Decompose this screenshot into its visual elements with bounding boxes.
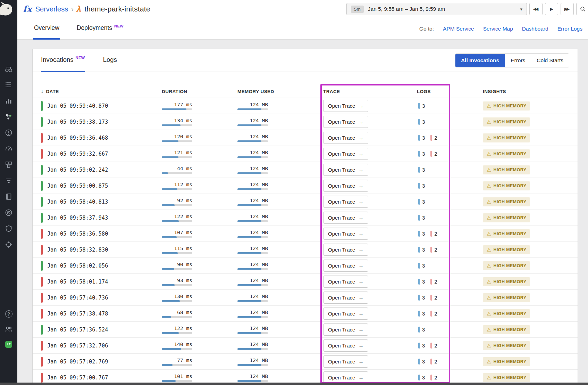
datadog-logo-icon[interactable] xyxy=(0,2,14,16)
search-button[interactable] xyxy=(576,3,588,15)
invocation-row[interactable]: Jan 05 09:57:36.524 122 ms 124 MB Open T… xyxy=(33,322,578,338)
link-service-map[interactable]: Service Map xyxy=(483,26,513,32)
tab-logs[interactable]: Logs xyxy=(103,49,117,72)
log-badge-error[interactable]: 2 xyxy=(430,359,437,364)
insight-badge[interactable]: ⚠ HIGH MEMORY xyxy=(483,213,530,222)
bar-chart-icon[interactable] xyxy=(4,96,13,105)
open-trace-button[interactable]: Open Trace → xyxy=(323,323,368,336)
invocation-row[interactable]: Jan 05 09:59:38.173 134 ms 124 MB Open T… xyxy=(33,114,578,130)
log-badge-error[interactable]: 2 xyxy=(430,295,437,301)
bits-ai-icon[interactable] xyxy=(4,340,13,349)
open-trace-button[interactable]: Open Trace → xyxy=(323,244,368,256)
service-map-icon[interactable] xyxy=(4,112,13,121)
open-trace-button[interactable]: Open Trace → xyxy=(323,164,368,176)
tab-invocations[interactable]: Invocations NEW xyxy=(41,49,85,72)
insight-badge[interactable]: ⚠ HIGH MEMORY xyxy=(483,197,530,206)
help-icon[interactable]: ? xyxy=(4,309,13,318)
open-trace-button[interactable]: Open Trace → xyxy=(323,371,368,384)
open-trace-button[interactable]: Open Trace → xyxy=(323,148,368,160)
column-header-date[interactable]: ↓DATE xyxy=(41,89,162,94)
insight-badge[interactable]: ⚠ HIGH MEMORY xyxy=(483,101,530,110)
open-trace-button[interactable]: Open Trace → xyxy=(323,308,368,320)
column-header-trace[interactable]: TRACE xyxy=(323,89,417,94)
log-badge-error[interactable]: 2 xyxy=(430,247,437,253)
invocation-row[interactable]: Jan 05 09:59:40.870 177 ms 124 MB Open T… xyxy=(33,98,578,114)
open-trace-button[interactable]: Open Trace → xyxy=(323,260,368,272)
scope-icon[interactable] xyxy=(4,240,13,249)
blocks-icon[interactable] xyxy=(4,160,13,169)
open-trace-button[interactable]: Open Trace → xyxy=(323,228,368,240)
log-badge-info[interactable]: 3 xyxy=(418,375,425,380)
notebook-icon[interactable] xyxy=(4,192,13,201)
invocation-row[interactable]: Jan 05 09:59:00.875 112 ms 124 MB Open T… xyxy=(33,178,578,194)
metrics-list-icon[interactable] xyxy=(4,80,13,89)
open-trace-button[interactable]: Open Trace → xyxy=(323,180,368,192)
log-badge-info[interactable]: 3 xyxy=(418,231,425,237)
invocation-row[interactable]: Jan 05 09:58:32.830 115 ms 124 MB Open T… xyxy=(33,242,578,258)
tab-overview[interactable]: Overview xyxy=(33,18,60,40)
insight-badge[interactable]: ⚠ HIGH MEMORY xyxy=(483,149,530,158)
insight-badge[interactable]: ⚠ HIGH MEMORY xyxy=(483,165,530,174)
log-badge-info[interactable]: 3 xyxy=(418,167,425,173)
insight-badge[interactable]: ⚠ HIGH MEMORY xyxy=(483,373,530,382)
log-badge-info[interactable]: 3 xyxy=(418,279,425,285)
log-badge-info[interactable]: 3 xyxy=(418,103,425,109)
link-error-logs[interactable]: Error Logs xyxy=(557,26,582,32)
log-badge-info[interactable]: 3 xyxy=(418,199,425,205)
column-header-memory[interactable]: MEMORY USED xyxy=(237,89,323,94)
insight-badge[interactable]: ⚠ HIGH MEMORY xyxy=(483,245,530,254)
filter-lines-icon[interactable] xyxy=(4,176,13,185)
open-trace-button[interactable]: Open Trace → xyxy=(323,355,368,368)
log-badge-info[interactable]: 3 xyxy=(418,151,425,157)
open-trace-button[interactable]: Open Trace → xyxy=(323,339,368,352)
invocation-row[interactable]: Jan 05 09:58:37.943 122 ms 124 MB Open T… xyxy=(33,210,578,226)
link-dashboard[interactable]: Dashboard xyxy=(522,26,548,32)
log-badge-error[interactable]: 2 xyxy=(430,135,437,141)
binoculars-icon[interactable] xyxy=(4,64,13,73)
insight-badge[interactable]: ⚠ HIGH MEMORY xyxy=(483,309,530,318)
tab-deployments[interactable]: Deployments NEW xyxy=(76,18,124,40)
log-badge-info[interactable]: 3 xyxy=(418,215,425,221)
insight-badge[interactable]: ⚠ HIGH MEMORY xyxy=(483,261,530,270)
gauge-icon[interactable] xyxy=(4,144,13,153)
shield-icon[interactable] xyxy=(4,224,13,233)
invocation-row[interactable]: Jan 05 09:57:38.478 68 ms 124 MB Open Tr… xyxy=(33,306,578,322)
log-badge-error[interactable]: 2 xyxy=(430,375,437,380)
invocation-row[interactable]: Jan 05 09:58:02.056 90 ms 124 MB Open Tr… xyxy=(33,258,578,274)
time-skip-back-button[interactable]: ◀◀ xyxy=(529,3,543,15)
log-badge-error[interactable]: 2 xyxy=(430,151,437,157)
insight-badge[interactable]: ⚠ HIGH MEMORY xyxy=(483,229,530,238)
log-badge-info[interactable]: 3 xyxy=(418,247,425,253)
log-badge-info[interactable]: 3 xyxy=(418,327,425,333)
open-trace-button[interactable]: Open Trace → xyxy=(323,212,368,224)
open-trace-button[interactable]: Open Trace → xyxy=(323,292,368,304)
insight-badge[interactable]: ⚠ HIGH MEMORY xyxy=(483,293,530,302)
breadcrumb-serverless-link[interactable]: Serverless xyxy=(35,5,68,13)
open-trace-button[interactable]: Open Trace → xyxy=(323,196,368,208)
log-badge-info[interactable]: 3 xyxy=(418,359,425,364)
invocation-row[interactable]: Jan 05 09:58:36.580 107 ms 124 MB Open T… xyxy=(33,226,578,242)
log-badge-info[interactable]: 3 xyxy=(418,343,425,349)
filter-cold-starts[interactable]: Cold Starts xyxy=(531,54,569,67)
insight-badge[interactable]: ⚠ HIGH MEMORY xyxy=(483,133,530,142)
insight-badge[interactable]: ⚠ HIGH MEMORY xyxy=(483,277,530,286)
invocation-row[interactable]: Jan 05 09:59:32.667 121 ms 124 MB Open T… xyxy=(33,146,578,162)
log-badge-error[interactable]: 2 xyxy=(430,231,437,237)
filter-errors[interactable]: Errors xyxy=(505,54,531,67)
log-badge-error[interactable]: 2 xyxy=(430,279,437,285)
open-trace-button[interactable]: Open Trace → xyxy=(323,100,368,112)
log-badge-info[interactable]: 3 xyxy=(418,295,425,301)
column-header-duration[interactable]: DURATION xyxy=(162,89,237,94)
insight-badge[interactable]: ⚠ HIGH MEMORY xyxy=(483,325,530,334)
log-badge-info[interactable]: 3 xyxy=(418,135,425,141)
invocation-row[interactable]: Jan 05 09:58:01.174 93 ms 124 MB Open Tr… xyxy=(33,274,578,290)
filter-all-invocations[interactable]: All Invocations xyxy=(455,54,505,67)
log-badge-info[interactable]: 3 xyxy=(418,183,425,189)
log-badge-info[interactable]: 3 xyxy=(418,263,425,269)
invocation-row[interactable]: Jan 05 09:58:40.813 92 ms 124 MB Open Tr… xyxy=(33,194,578,210)
open-trace-button[interactable]: Open Trace → xyxy=(323,276,368,288)
time-forward-button[interactable]: ▶ xyxy=(545,3,558,15)
column-header-insights[interactable]: INSIGHTS xyxy=(483,89,569,94)
alert-circle-icon[interactable] xyxy=(4,128,13,137)
time-skip-forward-button[interactable]: ▶▶ xyxy=(561,3,574,15)
